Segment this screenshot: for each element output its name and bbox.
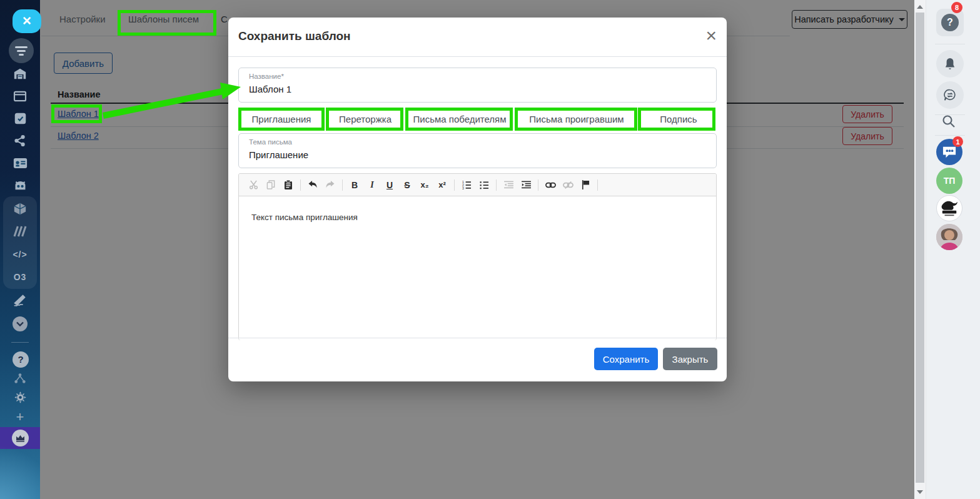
scroll-down-icon[interactable] [917, 490, 923, 494]
toolbar-separator [454, 179, 455, 191]
subject-field-label: Тема письма [249, 138, 292, 146]
subject-field[interactable]: Тема письма Приглашение [238, 133, 717, 168]
help-badge: 8 [951, 2, 962, 13]
help-button[interactable]: ? [936, 9, 964, 36]
chat-history-button[interactable] [936, 81, 964, 109]
redo-icon[interactable] [322, 178, 338, 193]
group-chat-icon [942, 145, 957, 159]
warehouse-icon[interactable] [0, 64, 40, 83]
hatch-lines-icon[interactable] [0, 222, 40, 241]
cut-icon[interactable] [245, 178, 261, 193]
subscript-icon[interactable]: x₂ [417, 178, 433, 193]
link-icon[interactable] [542, 178, 558, 193]
user-photo-icon [936, 224, 962, 250]
tab-signature[interactable]: Подпись [640, 108, 717, 131]
subject-field-value: Приглашение [249, 149, 308, 160]
modal-footer-border [228, 338, 727, 338]
avatar-initials[interactable]: ТП [936, 168, 962, 194]
name-field[interactable]: Название* Шаблон 1 [238, 68, 717, 103]
modal-title: Сохранить шаблон [238, 29, 351, 43]
divider [935, 135, 965, 136]
o3-module-icon[interactable]: O3 [0, 268, 40, 286]
modal-tabs: Приглашения Переторжка Письма победителя… [238, 108, 717, 131]
editor-text: Текст письма приглашения [239, 196, 716, 238]
chevron-down-icon[interactable] [0, 315, 40, 333]
outdent-icon[interactable] [500, 178, 517, 193]
tasks-icon[interactable] [0, 109, 40, 128]
robot-icon[interactable] [0, 176, 40, 195]
avatar-user-photo[interactable] [936, 224, 962, 250]
right-sidebar: ? 8 1 ТП [926, 0, 980, 499]
nodes-icon[interactable] [0, 369, 40, 388]
ordered-list-icon[interactable]: 123 [458, 178, 475, 193]
toolbar-separator [597, 179, 598, 191]
sidebar-item-premium[interactable] [0, 427, 40, 449]
paste-icon[interactable] [280, 178, 296, 193]
tab-winner-letters[interactable]: Письма победителям [406, 108, 513, 131]
italic-icon[interactable]: I [364, 178, 380, 193]
search-icon [941, 114, 956, 129]
gear-icon[interactable] [0, 388, 40, 406]
help-icon[interactable]: ? [13, 351, 29, 368]
avatar-logo[interactable] [936, 195, 962, 221]
indent-icon[interactable] [518, 178, 534, 193]
tab-loser-letters[interactable]: Письма проигравшим [515, 108, 638, 131]
divider [935, 44, 965, 44]
id-card-icon[interactable] [0, 154, 40, 173]
close-menu-icon[interactable]: ✕ [13, 9, 41, 33]
notifications-button[interactable] [936, 50, 964, 78]
undo-icon[interactable] [305, 178, 321, 193]
plus-icon[interactable]: + [0, 408, 40, 426]
close-button[interactable]: Закрыть [663, 348, 717, 370]
modal-close-icon[interactable]: × [705, 23, 717, 49]
editor-body[interactable]: Текст письма приглашения [239, 196, 716, 340]
bell-icon [944, 58, 956, 70]
toolbar-separator [538, 179, 538, 191]
chat-badge: 1 [952, 136, 963, 147]
tab-invitations[interactable]: Приглашения [238, 108, 325, 131]
filter-icon[interactable] [9, 38, 34, 63]
left-sidebar: ✕ </> O3 ? + [0, 0, 40, 499]
tab-rebidding[interactable]: Переторжка [326, 108, 404, 131]
scrollbar-thumb[interactable] [916, 13, 924, 483]
scroll-up-icon[interactable] [917, 5, 923, 9]
svg-text:3: 3 [462, 186, 464, 189]
strikethrough-icon[interactable]: S [399, 178, 415, 193]
window-icon[interactable] [0, 87, 40, 106]
share-network-icon[interactable] [0, 131, 40, 150]
logo-doodle-icon [939, 199, 960, 218]
editor-toolbar: B I U S x₂ x² 123 [239, 174, 716, 196]
search-button[interactable] [941, 114, 956, 131]
name-field-value: Шаблон 1 [249, 84, 291, 94]
copy-icon[interactable] [263, 178, 279, 193]
unlink-icon[interactable] [560, 178, 576, 193]
toolbar-separator [300, 179, 301, 191]
superscript-icon[interactable]: x² [434, 178, 450, 193]
underline-icon[interactable]: U [381, 178, 398, 193]
anchor-flag-icon[interactable] [577, 178, 594, 193]
save-template-modal: Сохранить шаблон × Название* Шаблон 1 Пр… [228, 18, 727, 381]
crown-icon [12, 430, 29, 446]
toolbar-separator [342, 179, 343, 191]
cube-icon[interactable] [0, 199, 40, 218]
code-icon[interactable]: </> [0, 245, 40, 264]
name-field-label: Название* [249, 73, 284, 80]
bold-icon[interactable]: B [346, 178, 363, 193]
signature-icon[interactable] [0, 291, 40, 310]
rich-text-editor: B I U S x₂ x² 123 Текст письма приглашен… [238, 173, 717, 340]
save-button[interactable]: Сохранить [594, 348, 658, 370]
chat-exchange-icon [943, 88, 957, 102]
question-icon: ? [941, 14, 959, 31]
sidebar-divider [11, 342, 29, 343]
vertical-scrollbar[interactable] [914, 0, 926, 499]
modal-header-border [228, 56, 727, 57]
toolbar-separator [496, 179, 497, 191]
unordered-list-icon[interactable] [476, 178, 492, 193]
